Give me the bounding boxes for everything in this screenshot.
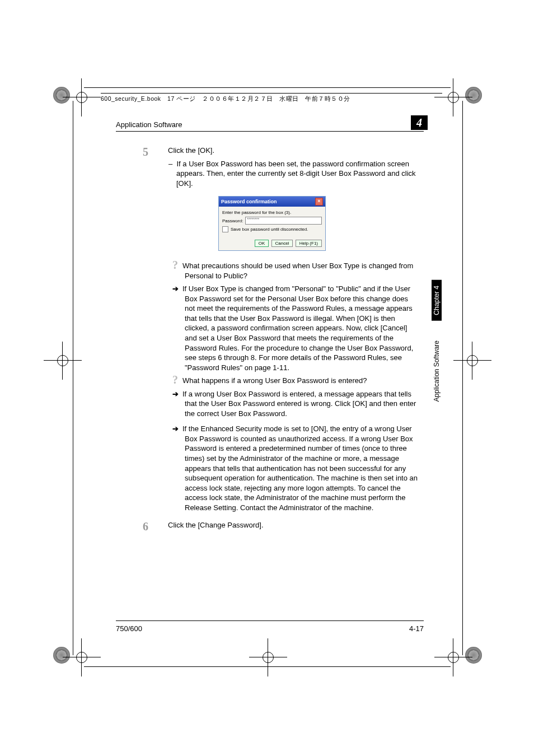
question-icon: ?	[172, 376, 182, 384]
frame-line	[84, 666, 451, 667]
save-password-label: Save box password until disconnected.	[231, 227, 308, 232]
registration-mark-icon	[446, 650, 461, 665]
registration-mark-icon	[74, 90, 90, 105]
save-password-checkbox[interactable]	[222, 226, 228, 232]
registration-sphere	[53, 87, 70, 104]
header-rule	[101, 93, 442, 94]
side-tab: Chapter 4	[432, 280, 442, 323]
footer-right: 4-17	[409, 624, 424, 633]
cancel-button[interactable]: Cancel	[271, 240, 293, 247]
step-6-text: Click the [Change Password].	[168, 520, 420, 530]
step-number-5: 5	[143, 146, 148, 158]
password-input[interactable]: ********	[245, 217, 322, 225]
side-tab: Application Software	[432, 336, 442, 408]
page: 600_security_E.book 17 ページ ２００６年１２月２７日 水…	[0, 0, 534, 756]
close-icon[interactable]: ×	[315, 198, 323, 206]
registration-mark-icon	[465, 353, 480, 368]
registration-mark-icon	[260, 650, 276, 665]
dialog-title-text: Password confirmation	[221, 199, 277, 204]
answer-1-text: If User Box Type is changed from "Person…	[182, 284, 413, 371]
arrow-icon: ➔	[172, 424, 182, 434]
step-number-6: 6	[143, 520, 148, 533]
registration-sphere	[53, 647, 70, 664]
section-title: Application Software	[116, 120, 424, 132]
side-tab-chapter: Chapter 4	[432, 280, 442, 321]
registration-sphere	[465, 87, 482, 104]
registration-mark-icon	[74, 650, 90, 665]
question-icon: ?	[172, 261, 182, 269]
answer-3: ➔If the Enhanced Security mode is set to…	[185, 424, 420, 512]
ok-button[interactable]: OK	[255, 240, 269, 247]
answer-2-text: If a wrong User Box Password is entered,…	[182, 390, 416, 418]
body-content: 5 Click the [OK]. – If a User Box Passwo…	[146, 146, 420, 530]
step-5-subtext-content: If a User Box Password has been set, the…	[176, 160, 416, 188]
registration-mark-icon	[55, 353, 71, 368]
step-5-subtext: – If a User Box Password has been set, t…	[176, 159, 420, 189]
arrow-icon: ➔	[172, 389, 182, 399]
answer-1: ➔If User Box Type is changed from "Perso…	[185, 284, 420, 372]
question-1: ?What precautions should be used when Us…	[185, 261, 420, 281]
chapter-number-box: 4	[411, 115, 428, 130]
help-button[interactable]: Help (F1)	[296, 240, 322, 247]
answer-2: ➔If a wrong User Box Password is entered…	[185, 389, 420, 419]
arrow-icon: ➔	[172, 284, 182, 294]
frame-line	[73, 101, 73, 655]
step-5-text: Click the [OK].	[168, 146, 420, 156]
question-1-text: What precautions should be used when Use…	[182, 262, 413, 280]
question-2-text: What happens if a wrong User Box Passwor…	[182, 376, 367, 385]
frame-line	[84, 87, 451, 88]
registration-sphere	[465, 647, 482, 664]
side-tab-title: Application Software	[432, 336, 442, 406]
print-header: 600_security_E.book 17 ページ ２００６年１２月２７日 水…	[101, 95, 350, 103]
page-footer: 750/600 4-17	[116, 620, 424, 633]
answer-3-text: If the Enhanced Security mode is set to …	[182, 424, 418, 511]
registration-mark-icon	[446, 90, 461, 105]
password-label: Password:	[222, 218, 243, 223]
password-confirmation-dialog: Password confirmation × Enter the passwo…	[218, 196, 326, 251]
dialog-prompt: Enter the password for the box (3).	[222, 210, 322, 215]
question-2: ?What happens if a wrong User Box Passwo…	[185, 376, 420, 386]
dialog-titlebar: Password confirmation ×	[219, 197, 325, 207]
footer-left: 750/600	[116, 624, 142, 633]
frame-line	[462, 101, 463, 655]
